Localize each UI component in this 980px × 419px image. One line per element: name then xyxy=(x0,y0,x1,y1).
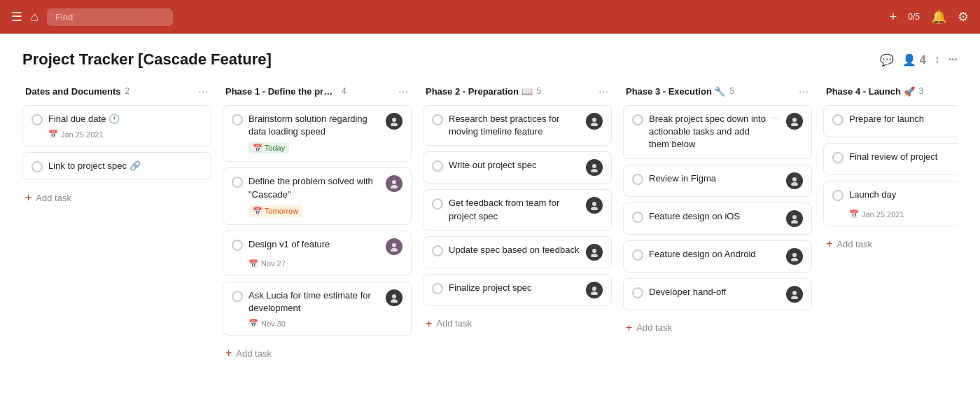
svg-point-24 xyxy=(792,253,797,257)
add-icon[interactable]: + xyxy=(890,10,897,25)
svg-point-25 xyxy=(791,258,798,261)
svg-point-1 xyxy=(391,123,398,126)
col-menu-icon[interactable]: ··· xyxy=(398,85,409,97)
task-checkbox[interactable] xyxy=(632,287,643,298)
col-title: Dates and Documents xyxy=(25,86,121,97)
col-menu-icon[interactable]: ··· xyxy=(598,85,609,97)
add-task-button[interactable]: +Add task xyxy=(22,186,211,210)
add-task-button[interactable]: +Add task xyxy=(623,316,812,340)
gear-icon[interactable]: ⚙ xyxy=(958,9,969,25)
task-text: Review in Figma xyxy=(649,172,780,185)
task-checkbox[interactable] xyxy=(432,245,443,256)
add-task-icon: + xyxy=(426,317,432,330)
task-text: Break project spec down into actionable … xyxy=(649,113,766,151)
task-card: Get feedback from team for project spec xyxy=(423,189,612,230)
add-task-button[interactable]: +Add task xyxy=(823,232,958,256)
svg-point-21 xyxy=(791,182,798,186)
menu-icon[interactable]: ☰ xyxy=(11,9,22,25)
col-count: 2 xyxy=(125,86,130,96)
card-row: Final due date 🕐 xyxy=(31,113,202,125)
add-task-button[interactable]: +Add task xyxy=(223,341,412,365)
search-input[interactable] xyxy=(47,8,173,26)
task-avatar xyxy=(786,172,803,189)
task-checkbox[interactable] xyxy=(232,177,243,188)
svg-point-9 xyxy=(591,123,598,126)
task-card: Break project spec down into actionable … xyxy=(623,105,812,159)
svg-point-17 xyxy=(591,291,598,295)
date-text: Jan 25 2021 xyxy=(862,210,904,219)
task-checkbox[interactable] xyxy=(31,161,43,172)
task-avatar xyxy=(786,248,803,265)
nav-left: ☰ ⌂ xyxy=(11,8,881,26)
task-text: Write out project spec xyxy=(449,159,580,172)
sort-icon[interactable]: ↕ xyxy=(934,53,940,66)
task-card: Link to project spec 🔗 xyxy=(22,152,211,180)
card-row: Feature design on iOS xyxy=(632,210,803,227)
task-checkbox[interactable] xyxy=(31,114,43,125)
task-text: Launch day xyxy=(849,188,958,201)
card-row: Prepare for launch xyxy=(832,113,958,130)
task-card: Feature design on iOS xyxy=(623,202,812,235)
more-options-icon[interactable]: ··· xyxy=(948,53,958,66)
task-text: Finalize project spec xyxy=(449,282,580,294)
svg-point-4 xyxy=(392,243,396,247)
add-task-icon: + xyxy=(626,322,632,334)
col-header-phase4: Phase 4 - Launch 🚀 3 ··· xyxy=(823,85,958,97)
card-meta: 📅Jan 25 2021 xyxy=(31,130,202,139)
add-task-label: Add task xyxy=(436,318,472,329)
task-checkbox[interactable] xyxy=(432,283,443,294)
task-card: Design v1 of feature 📅Nov 27 xyxy=(223,231,412,276)
card-row: Feature design on Android xyxy=(632,248,803,265)
card-meta: 📅Nov 30 xyxy=(232,319,402,328)
top-nav: ☰ ⌂ + 0/5 🔔 ⚙ xyxy=(0,0,980,34)
task-checkbox[interactable] xyxy=(832,190,844,201)
svg-point-20 xyxy=(792,177,797,181)
date-icon: 📅 xyxy=(248,259,258,268)
date-icon: 📅 xyxy=(48,130,58,139)
column-phase2: Phase 2 - Preparation 📖 5 ··· Research b… xyxy=(423,85,612,365)
svg-point-23 xyxy=(791,220,798,224)
comment-icon[interactable]: 💬 xyxy=(880,53,894,67)
svg-point-0 xyxy=(392,118,396,122)
col-title: Phase 2 - Preparation 📖 xyxy=(426,86,533,97)
card-row: Research best practices for moving timel… xyxy=(432,113,603,138)
task-text: Brainstorm solution regarding data loadi… xyxy=(248,113,380,138)
task-checkbox[interactable] xyxy=(632,212,643,223)
task-checkbox[interactable] xyxy=(232,291,243,302)
svg-point-5 xyxy=(391,248,398,252)
page-container: Project Tracker [Cascade Feature] 💬 👤 4 … xyxy=(0,34,980,419)
col-count: 5 xyxy=(537,86,542,96)
home-icon[interactable]: ⌂ xyxy=(31,10,38,25)
task-card: Research best practices for moving timel… xyxy=(423,105,612,146)
col-menu-icon[interactable]: ··· xyxy=(198,85,209,97)
card-row: Write out project spec xyxy=(432,159,603,176)
task-avatar xyxy=(786,113,803,130)
task-checkbox[interactable] xyxy=(232,240,243,251)
task-checkbox[interactable] xyxy=(632,249,643,261)
task-card: Ask Lucia for time estimate for developm… xyxy=(223,282,412,336)
add-task-label: Add task xyxy=(36,193,71,203)
task-checkbox[interactable] xyxy=(632,114,643,125)
card-row: Brainstorm solution regarding data loadi… xyxy=(232,113,402,138)
card-row: Developer hand-off xyxy=(632,286,803,303)
page-actions: 💬 👤 4 ↕ ··· xyxy=(880,53,958,67)
task-text: Research best practices for moving timel… xyxy=(449,113,580,138)
col-menu-icon[interactable]: ··· xyxy=(799,85,809,97)
task-checkbox[interactable] xyxy=(232,114,243,125)
card-more-icon[interactable]: ··· xyxy=(771,113,780,123)
task-checkbox[interactable] xyxy=(832,114,844,125)
col-header-phase2: Phase 2 - Preparation 📖 5 ··· xyxy=(423,85,612,97)
add-task-button[interactable]: +Add task xyxy=(423,312,612,336)
members-icon[interactable]: 👤 4 xyxy=(902,53,925,67)
col-title: Phase 1 - Define the proble... xyxy=(225,86,337,97)
task-card: Final review of project xyxy=(823,143,958,175)
add-task-icon: + xyxy=(225,347,232,359)
task-checkbox[interactable] xyxy=(432,114,443,125)
bell-icon[interactable]: 🔔 xyxy=(931,9,946,25)
task-checkbox[interactable] xyxy=(432,198,443,210)
task-checkbox[interactable] xyxy=(432,160,443,172)
card-row: Break project spec down into actionable … xyxy=(632,113,803,151)
task-checkbox[interactable] xyxy=(832,152,844,163)
column-phase3: Phase 3 - Execution 🔧 5 ··· Break projec… xyxy=(623,85,812,365)
task-checkbox[interactable] xyxy=(632,174,643,185)
